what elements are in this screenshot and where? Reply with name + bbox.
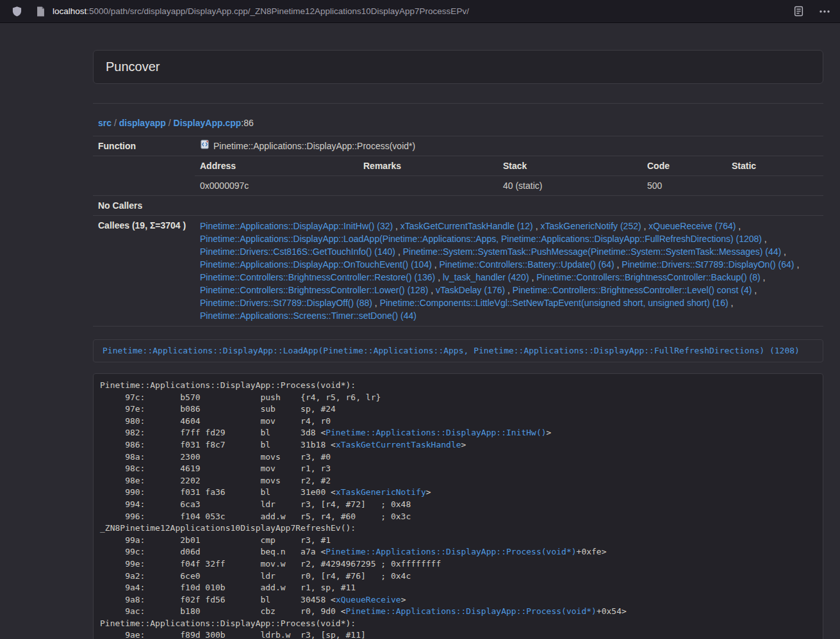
callee-link[interactable]: Pinetime::Controllers::BrightnessControl… — [200, 285, 428, 295]
callee-link[interactable]: Pinetime::Applications::Screens::Timer::… — [200, 311, 416, 321]
metrics-row-spacer — [93, 156, 195, 195]
callee-link[interactable]: xTaskGetCurrentTaskHandle (12) — [400, 221, 533, 231]
column-header-address: Address — [195, 156, 358, 176]
reader-mode-icon[interactable] — [791, 6, 805, 17]
breadcrumb-link[interactable]: DisplayApp.cpp — [174, 118, 242, 128]
address-value: 0x0000097c — [195, 176, 358, 195]
stack-value: 40 (static) — [498, 176, 642, 195]
no-callers-label: No Callers — [93, 196, 195, 215]
remarks-value — [358, 176, 498, 195]
page-content: Puncover src / displayapp / DisplayApp.c… — [93, 50, 823, 639]
callee-link[interactable]: xQueueReceive (764) — [648, 221, 736, 231]
callee-separator: , — [432, 259, 440, 270]
column-header-code: Code — [642, 156, 727, 176]
menu-dots-icon[interactable] — [817, 10, 832, 13]
code-value: 500 — [642, 176, 727, 195]
callee-link[interactable]: Pinetime::Drivers::St7789::DisplayOn() (… — [622, 259, 794, 270]
function-table: Function Pinetime::Applications::Display… — [93, 136, 823, 327]
callee-link[interactable]: Pinetime::Applications::DisplayApp::Init… — [200, 221, 393, 231]
callee-link[interactable]: xTaskGenericNotify (252) — [540, 221, 641, 231]
symbol-box: Pinetime::Applications::DisplayApp::Load… — [93, 339, 823, 362]
callee-separator: , — [505, 285, 513, 295]
callee-separator: , — [372, 298, 380, 308]
callee-separator: , — [529, 272, 537, 282]
app-header-panel: Puncover — [93, 50, 823, 84]
disasm-symbol-link[interactable]: Pinetime::Applications::DisplayApp::Proc… — [325, 547, 576, 556]
disasm-symbol-link[interactable]: xQueueReceive — [336, 595, 401, 604]
app-title: Puncover — [106, 60, 811, 74]
callee-link[interactable]: Pinetime::Drivers::St7789::DisplayOff() … — [200, 298, 372, 308]
callee-separator: , — [533, 221, 541, 231]
callee-link[interactable]: Pinetime::System::SystemTask::PushMessag… — [403, 247, 782, 257]
breadcrumb-link[interactable]: src — [98, 118, 111, 128]
callee-link[interactable]: Pinetime::Applications::DisplayApp::OnTo… — [200, 259, 432, 270]
callee-link[interactable]: Pinetime::Controllers::Battery::Update()… — [440, 259, 614, 270]
callee-separator: , — [729, 298, 734, 308]
column-header-remarks: Remarks — [358, 156, 498, 176]
function-name: Pinetime::Applications::DisplayApp::Proc… — [213, 140, 415, 152]
url-host: localhost — [53, 6, 86, 16]
callee-link[interactable]: lv_task_handler (420) — [443, 272, 529, 282]
callee-separator: , — [736, 221, 741, 231]
breadcrumb-separator: / — [111, 118, 119, 128]
callee-link[interactable]: Pinetime::Controllers::BrightnessControl… — [536, 272, 760, 282]
column-header-static: Static — [727, 156, 823, 176]
callee-separator: , — [614, 259, 622, 270]
callees-list: Pinetime::Applications::DisplayApp::Init… — [195, 216, 823, 326]
callee-separator: , — [393, 221, 400, 231]
breadcrumb-separator: / — [166, 118, 174, 128]
metrics-table: Address Remarks Stack Code Static 0x0000… — [195, 156, 823, 195]
url-path: :5000/path/src/displayapp/DisplayApp.cpp… — [86, 6, 469, 16]
symbol-link[interactable]: Pinetime::Applications::DisplayApp::Load… — [103, 346, 800, 355]
callees-label: Callees (19, Σ=3704 ) — [93, 216, 195, 326]
callees-row: Callees (19, Σ=3704 ) Pinetime::Applicat… — [93, 215, 823, 326]
static-value — [727, 176, 823, 195]
callee-separator: , — [762, 234, 767, 244]
page-icon[interactable] — [35, 6, 46, 17]
metrics-row: Address Remarks Stack Code Static 0x0000… — [93, 156, 823, 195]
disassembly: Pinetime::Applications::DisplayApp::Proc… — [93, 373, 823, 639]
breadcrumb-line-number: :86 — [241, 118, 253, 128]
callee-link[interactable]: Pinetime::Drivers::Cst816S::GetTouchInfo… — [200, 247, 395, 257]
function-row: Function Pinetime::Applications::Display… — [93, 136, 823, 156]
divider — [93, 103, 823, 104]
disasm-symbol-link[interactable]: xTaskGetCurrentTaskHandle — [336, 440, 461, 449]
function-icon — [200, 140, 210, 152]
callee-separator: , — [395, 247, 403, 257]
callee-separator: , — [752, 285, 757, 295]
url-bar[interactable]: localhost:5000/path/src/displayapp/Displ… — [53, 6, 791, 16]
disasm-symbol-link[interactable]: Pinetime::Applications::DisplayApp::Proc… — [346, 606, 597, 616]
function-label: Function — [93, 136, 195, 156]
disasm-symbol-link[interactable]: xTaskGenericNotify — [336, 487, 426, 497]
callee-link[interactable]: Pinetime::Applications::DisplayApp::Load… — [200, 234, 762, 244]
callee-link[interactable]: Pinetime::Components::LittleVgl::SetNewT… — [380, 298, 729, 308]
callee-separator: , — [781, 247, 786, 257]
callee-separator: , — [761, 272, 766, 282]
callee-link[interactable]: Pinetime::Controllers::BrightnessControl… — [200, 272, 435, 282]
callee-separator: , — [795, 259, 800, 270]
shield-icon[interactable] — [10, 6, 23, 17]
column-header-stack: Stack — [498, 156, 642, 176]
breadcrumb-link[interactable]: displayapp — [119, 118, 166, 128]
breadcrumb: src / displayapp / DisplayApp.cpp:86 — [93, 117, 823, 129]
browser-toolbar: localhost:5000/path/src/displayapp/Displ… — [0, 0, 840, 23]
no-callers-row: No Callers — [93, 195, 823, 215]
callee-separator: , — [641, 221, 649, 231]
callee-separator: , — [435, 272, 443, 282]
callee-link[interactable]: vTaskDelay (176) — [436, 285, 505, 295]
callee-link[interactable]: Pinetime::Controllers::BrightnessControl… — [513, 285, 752, 295]
callee-separator: , — [428, 285, 436, 295]
disasm-symbol-link[interactable]: Pinetime::Applications::DisplayApp::Init… — [325, 428, 546, 437]
